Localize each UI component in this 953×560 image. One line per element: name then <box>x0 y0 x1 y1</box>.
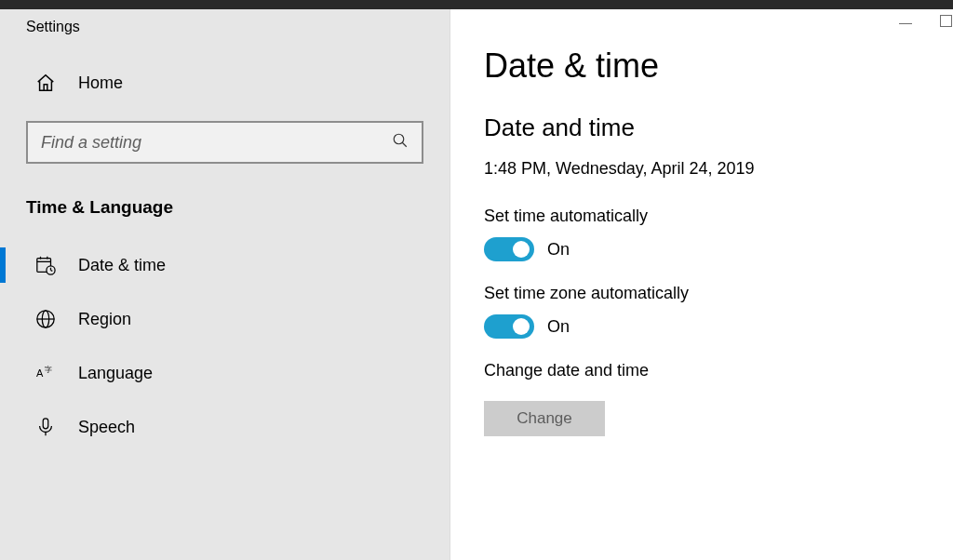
app-title: Settings <box>26 19 80 35</box>
set-time-auto-label: Set time automatically <box>484 207 919 226</box>
nav-item-speech[interactable]: Speech <box>0 400 450 454</box>
window: Settings Home <box>0 9 953 560</box>
nav-item-language[interactable]: A 字 Language <box>0 346 450 400</box>
nav-item-label: Date & time <box>78 256 166 275</box>
svg-text:A: A <box>36 367 44 379</box>
window-controls <box>899 15 952 27</box>
maximize-icon[interactable] <box>940 15 952 27</box>
language-icon: A 字 <box>35 363 56 383</box>
set-time-auto-block: Set time automatically On <box>484 207 919 261</box>
set-tz-auto-block: Set time zone automatically On <box>484 284 919 339</box>
current-datetime: 1:48 PM, Wednesday, April 24, 2019 <box>484 159 919 179</box>
app-title-row: Settings <box>0 9 450 37</box>
main-content: Date & time Date and time 1:48 PM, Wedne… <box>450 9 953 560</box>
section-title: Date and time <box>484 113 919 142</box>
minimize-icon[interactable] <box>899 23 912 24</box>
set-time-auto-state: On <box>547 240 570 260</box>
nav-item-label: Region <box>78 310 131 329</box>
nav-item-label: Language <box>78 364 153 383</box>
nav-list: Date & time Region A 字 <box>0 238 450 454</box>
nav-item-date-time[interactable]: Date & time <box>0 238 450 292</box>
microphone-icon <box>35 417 56 437</box>
titlebar <box>0 0 953 9</box>
svg-point-0 <box>394 134 404 144</box>
category-heading: Time & Language <box>0 184 450 238</box>
search-icon <box>392 132 409 153</box>
nav-item-region[interactable]: Region <box>0 292 450 346</box>
set-tz-auto-label: Set time zone automatically <box>484 284 919 303</box>
svg-text:字: 字 <box>45 366 52 374</box>
nav-item-label: Speech <box>78 418 135 437</box>
home-nav[interactable]: Home <box>0 37 450 112</box>
calendar-clock-icon <box>35 255 56 275</box>
home-label: Home <box>78 73 123 93</box>
set-tz-auto-state: On <box>547 317 570 337</box>
globe-icon <box>35 309 56 329</box>
change-datetime-label: Change date and time <box>484 361 919 380</box>
search-box[interactable] <box>26 121 423 164</box>
set-tz-auto-toggle[interactable] <box>484 314 534 339</box>
toggle-knob <box>513 241 530 258</box>
toggle-knob <box>513 318 530 335</box>
svg-line-8 <box>51 271 53 272</box>
search-container <box>26 121 423 164</box>
page-title: Date & time <box>484 47 919 86</box>
toggle-row: On <box>484 314 919 339</box>
sidebar: Settings Home <box>0 9 450 560</box>
change-button[interactable]: Change <box>484 401 605 436</box>
change-datetime-block: Change date and time Change <box>484 361 919 436</box>
svg-rect-14 <box>43 419 48 429</box>
svg-line-1 <box>402 142 407 147</box>
set-time-auto-toggle[interactable] <box>484 237 534 261</box>
toggle-row: On <box>484 237 919 261</box>
home-icon <box>35 73 56 93</box>
search-input[interactable] <box>41 133 392 153</box>
